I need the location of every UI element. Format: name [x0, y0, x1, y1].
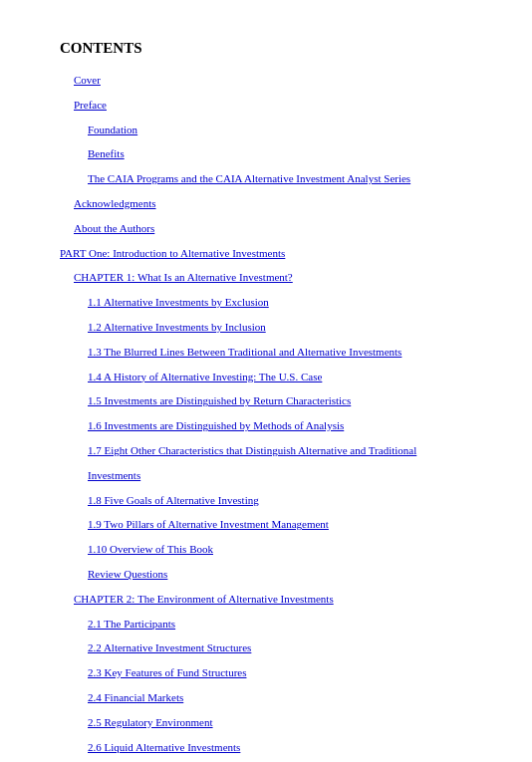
toc-item: 1.1 Alternative Investments by Exclusion: [88, 289, 472, 314]
toc-item: The CAIA Programs and the CAIA Alternati…: [88, 165, 472, 190]
toc-link[interactable]: About the Authors: [74, 222, 154, 234]
toc-link[interactable]: 2.6 Liquid Alternative Investments: [88, 741, 240, 753]
toc-link[interactable]: 1.3 The Blurred Lines Between Traditiona…: [88, 346, 401, 358]
toc-item: CHAPTER 2: The Environment of Alternativ…: [74, 586, 472, 611]
toc-item: 1.6 Investments are Distinguished by Met…: [88, 412, 472, 437]
toc-link[interactable]: 1.8 Five Goals of Alternative Investing: [88, 494, 259, 506]
toc-item: Benefits: [88, 140, 472, 165]
toc-link[interactable]: Cover: [74, 74, 101, 86]
toc-link[interactable]: 1.7 Eight Other Characteristics that Dis…: [88, 444, 416, 481]
toc-link[interactable]: 1.4 A History of Alternative Investing: …: [88, 371, 322, 382]
toc-item: About the Authors: [74, 215, 472, 240]
toc-link[interactable]: CHAPTER 1: What Is an Alternative Invest…: [74, 271, 293, 283]
toc-link[interactable]: PART One: Introduction to Alternative In…: [60, 247, 285, 259]
toc-item: PART One: Introduction to Alternative In…: [60, 240, 472, 265]
toc-item: 1.2 Alternative Investments by Inclusion: [88, 314, 472, 339]
toc-item: Preface: [74, 92, 472, 117]
toc-link[interactable]: 1.10 Overview of This Book: [88, 543, 213, 555]
toc-item: 2.1 The Participants: [88, 611, 472, 635]
toc-link[interactable]: Benefits: [88, 147, 125, 159]
toc-item: 1.3 The Blurred Lines Between Traditiona…: [88, 339, 472, 364]
toc-item: Cover: [74, 67, 472, 92]
toc-item: 1.5 Investments are Distinguished by Ret…: [88, 387, 472, 412]
toc-item: Review Questions: [88, 561, 472, 586]
toc-link[interactable]: Acknowledgments: [74, 197, 155, 209]
toc-list: CoverPrefaceFoundationBenefitsThe CAIA P…: [60, 67, 472, 762]
toc-item: 2.3 Key Features of Fund Structures: [88, 659, 472, 684]
toc-item: 1.10 Overview of This Book: [88, 536, 472, 561]
toc-item: 2.5 Regulatory Environment: [88, 709, 472, 734]
toc-link[interactable]: Preface: [74, 99, 107, 111]
toc-link[interactable]: CHAPTER 2: The Environment of Alternativ…: [74, 593, 334, 605]
toc-link[interactable]: Review Questions: [88, 568, 167, 580]
toc-link[interactable]: The CAIA Programs and the CAIA Alternati…: [88, 172, 410, 184]
toc-link[interactable]: 2.1 The Participants: [88, 618, 175, 630]
toc-link[interactable]: Foundation: [88, 124, 137, 135]
contents-heading: CONTENTS: [60, 40, 472, 57]
toc-item: 2.4 Financial Markets: [88, 684, 472, 709]
toc-item: 1.4 A History of Alternative Investing: …: [88, 364, 472, 388]
toc-item: 2.7 Taxation: [88, 758, 472, 762]
toc-link[interactable]: 2.5 Regulatory Environment: [88, 716, 213, 728]
toc-link[interactable]: 1.2 Alternative Investments by Inclusion: [88, 321, 266, 333]
toc-item: 2.2 Alternative Investment Structures: [88, 635, 472, 659]
toc-item: 1.7 Eight Other Characteristics that Dis…: [88, 437, 472, 487]
toc-item: Acknowledgments: [74, 190, 472, 215]
toc-link[interactable]: 2.3 Key Features of Fund Structures: [88, 666, 246, 678]
toc-link[interactable]: 1.1 Alternative Investments by Exclusion: [88, 296, 269, 308]
toc-link[interactable]: 1.9 Two Pillars of Alternative Investmen…: [88, 518, 329, 530]
toc-link[interactable]: 2.4 Financial Markets: [88, 691, 183, 703]
toc-item: CHAPTER 1: What Is an Alternative Invest…: [74, 264, 472, 289]
toc-link[interactable]: 1.5 Investments are Distinguished by Ret…: [88, 394, 351, 406]
toc-item: Foundation: [88, 117, 472, 141]
toc-item: 1.9 Two Pillars of Alternative Investmen…: [88, 511, 472, 536]
toc-link[interactable]: 2.2 Alternative Investment Structures: [88, 641, 251, 653]
toc-link[interactable]: 1.6 Investments are Distinguished by Met…: [88, 419, 344, 431]
toc-item: 1.8 Five Goals of Alternative Investing: [88, 487, 472, 512]
page: CONTENTS CoverPrefaceFoundationBenefitsT…: [0, 0, 532, 762]
toc-item: 2.6 Liquid Alternative Investments: [88, 734, 472, 759]
